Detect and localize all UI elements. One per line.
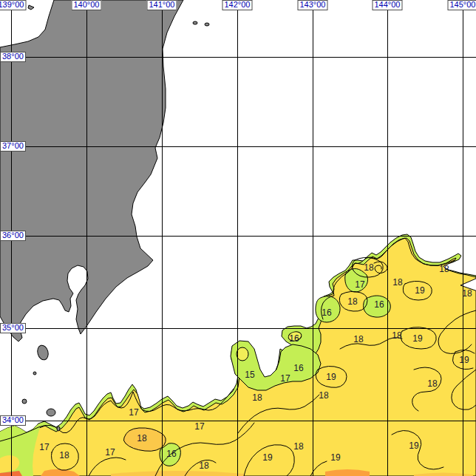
temperature-label: 16 <box>374 299 384 310</box>
temperature-label: 18 <box>199 460 209 471</box>
temperature-label: 18 <box>59 450 69 460</box>
temperature-label: 18 <box>319 390 329 401</box>
temperature-label: 16 <box>289 333 299 344</box>
sst-map: 1818171819181816161618181919161517191818… <box>0 0 476 476</box>
temperature-label: 19 <box>326 372 336 382</box>
temperature-label: 16 <box>322 307 332 318</box>
longitude-label: 139°00 <box>0 0 27 10</box>
temperature-label: 19 <box>459 355 469 365</box>
temperature-label: 18 <box>439 264 449 274</box>
temperature-label: 19 <box>262 452 273 463</box>
temperature-label: 15 <box>245 370 255 380</box>
temperature-label: 17 <box>105 447 115 458</box>
temperature-label: 19 <box>409 441 419 451</box>
temperature-label: 18 <box>252 392 262 403</box>
latitude-label: 34°00 <box>0 415 26 426</box>
temperature-label: 18 <box>347 296 358 307</box>
temperature-label: 18 <box>462 288 472 299</box>
temperature-label: 18 <box>392 330 402 341</box>
temperature-label: 18 <box>364 262 374 273</box>
latitude-label: 36°00 <box>0 231 26 241</box>
island <box>47 409 55 416</box>
temperature-label: 16 <box>293 363 304 373</box>
longitude-label: 143°00 <box>298 0 328 10</box>
temperature-label: 18 <box>353 334 364 344</box>
temperature-label: 19 <box>415 285 425 296</box>
temperature-label: 18 <box>427 378 438 389</box>
temperature-label: 16 <box>166 449 177 459</box>
latitude-label: 35°00 <box>0 323 26 333</box>
longitude-label: 140°00 <box>72 0 102 10</box>
temperature-label: 17 <box>129 407 139 418</box>
temperature-label: 18 <box>137 433 147 443</box>
island <box>193 21 197 24</box>
longitude-label: 144°00 <box>373 0 403 10</box>
warm-core <box>237 347 248 361</box>
latitude-label: 37°00 <box>0 141 26 152</box>
temperature-label: 18 <box>392 277 403 288</box>
island <box>205 23 209 26</box>
temperature-label: 19 <box>330 452 341 463</box>
island <box>22 399 27 404</box>
latitude-label: 38°00 <box>0 52 26 62</box>
temperature-label: 17 <box>280 373 290 384</box>
temperature-label: 17 <box>39 442 50 452</box>
temperature-label: 19 <box>412 333 423 344</box>
temperature-label: 17 <box>194 421 205 432</box>
island <box>33 372 36 375</box>
longitude-label: 142°00 <box>222 0 253 10</box>
longitude-label: 145°00 <box>448 0 476 10</box>
temperature-label: 18 <box>293 441 304 452</box>
sst-map-canvas: 1818171819181816161618181919161517191818… <box>0 0 476 476</box>
island <box>57 426 60 431</box>
longitude-label: 141°00 <box>147 0 177 10</box>
temperature-label: 17 <box>355 279 365 290</box>
